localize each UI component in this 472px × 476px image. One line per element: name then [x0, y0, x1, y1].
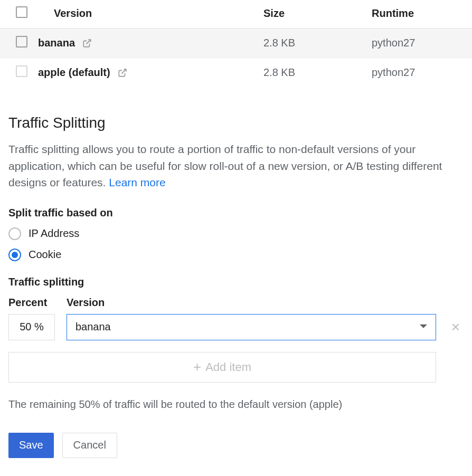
chevron-down-icon — [420, 321, 427, 333]
header-version: Version — [33, 0, 258, 28]
remove-row-icon[interactable]: × — [448, 319, 464, 336]
remaining-traffic-text: The remaining 50% of traffic will be rou… — [8, 398, 464, 411]
version-select[interactable]: banana — [67, 314, 436, 340]
svg-line-1 — [121, 69, 126, 73]
external-link-icon[interactable] — [118, 68, 127, 78]
version-size: 2.8 KB — [258, 58, 366, 88]
header-size: Size — [258, 0, 366, 28]
version-size: 2.8 KB — [258, 28, 366, 58]
versions-table: Version Size Runtime banana 2.8 KB pytho… — [0, 0, 472, 87]
row-checkbox — [16, 65, 27, 77]
version-runtime: python27 — [366, 28, 472, 58]
add-item-button[interactable]: + Add item — [8, 352, 436, 383]
radio-ip-address[interactable]: IP Address — [8, 227, 464, 240]
cancel-button[interactable]: Cancel — [62, 433, 117, 458]
split-row: banana × — [8, 314, 464, 340]
svg-line-0 — [87, 40, 91, 44]
row-checkbox[interactable] — [16, 36, 27, 47]
version-runtime: python27 — [366, 58, 472, 88]
percent-header: Percent — [8, 297, 55, 309]
learn-more-link[interactable]: Learn more — [109, 176, 165, 188]
percent-input[interactable] — [8, 314, 55, 340]
version-name: apple (default) — [38, 66, 110, 79]
plus-icon: + — [193, 359, 201, 375]
select-all-checkbox[interactable] — [16, 6, 27, 18]
header-runtime: Runtime — [366, 0, 472, 28]
table-row[interactable]: banana 2.8 KB python27 — [0, 28, 472, 58]
version-header: Version — [67, 297, 105, 309]
split-basis-label: Split traffic based on — [8, 207, 464, 219]
table-row[interactable]: apple (default) 2.8 KB python27 — [0, 58, 472, 88]
external-link-icon[interactable] — [82, 39, 92, 48]
split-basis-radio-group: IP Address Cookie — [8, 227, 464, 261]
section-title: Traffic Splitting — [8, 115, 464, 131]
save-button[interactable]: Save — [8, 433, 54, 458]
radio-cookie[interactable]: Cookie — [8, 249, 464, 261]
section-description: Traffic splitting allows you to route a … — [8, 141, 464, 191]
traffic-split-label: Traffic splitting — [8, 276, 464, 288]
version-name: banana — [38, 37, 75, 49]
